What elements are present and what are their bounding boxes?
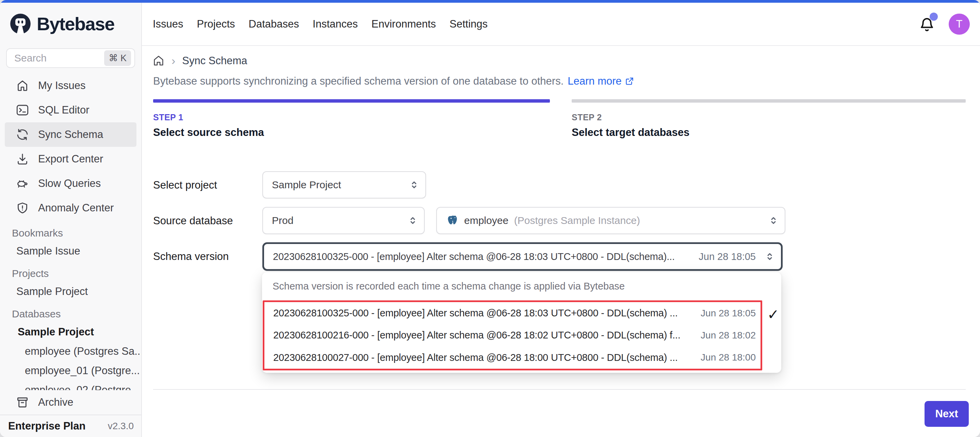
highlight-red-box: 20230628100325-000 - [employee] Alter sc…	[263, 301, 762, 370]
sidebar-item-sample-issue[interactable]: Sample Issue	[0, 241, 141, 261]
source-database-label: Source database	[153, 215, 233, 227]
project-select[interactable]: Sample Project	[262, 171, 426, 198]
step2-progress-bar	[572, 99, 966, 103]
bytebase-logo[interactable]: Bytebase	[0, 3, 141, 35]
selected-check-icon: ✓	[767, 306, 779, 323]
nav-settings[interactable]: Settings	[450, 18, 488, 30]
sidebar-item-label: Archive	[38, 396, 73, 408]
option-date: Jun 28 18:05	[701, 308, 756, 319]
sidebar-scroll-area: My Issues SQL Editor	[0, 68, 141, 390]
search-input[interactable]	[14, 52, 104, 64]
sidebar-db-employee-01[interactable]: employee_01 (Postgre...	[0, 361, 141, 380]
select-project-label: Select project	[153, 179, 217, 191]
shield-alert-icon	[16, 201, 29, 215]
sidebar-item-label: My Issues	[38, 79, 86, 92]
breadcrumb-separator: ›	[172, 54, 175, 67]
nav-issues[interactable]: Issues	[153, 18, 183, 30]
breadcrumb-page: Sync Schema	[182, 55, 247, 67]
download-icon	[16, 152, 29, 166]
schema-version-option-3[interactable]: 20230628100027-000 - [employee] Alter sc…	[264, 347, 760, 369]
breadcrumb: › Sync Schema	[153, 54, 247, 67]
sidebar-item-anomaly-center[interactable]: Anomaly Center	[5, 196, 137, 220]
section-title-projects: Projects	[0, 265, 141, 282]
step-1-title: Select source schema	[153, 127, 264, 139]
sidebar-item-sql-editor[interactable]: SQL Editor	[5, 98, 137, 122]
page-description: Bytebase supports synchronizing a specif…	[153, 75, 635, 87]
sidebar-db-employee-02[interactable]: employee_02 (Postgre	[0, 380, 141, 390]
sidebar-item-sample-project[interactable]: Sample Project	[0, 282, 141, 301]
project-select-value: Sample Project	[272, 179, 404, 191]
nav-databases[interactable]: Databases	[249, 18, 299, 30]
top-navigation-bar: Issues Projects Databases Instances Envi…	[142, 3, 980, 46]
loading-progress-bar	[0, 0, 980, 3]
environment-select-value: Prod	[272, 215, 402, 226]
sidebar-item-label: Anomaly Center	[38, 202, 114, 214]
environment-select[interactable]: Prod	[262, 207, 425, 234]
step-1-eyebrow: STEP 1	[153, 112, 264, 122]
header-right: T	[919, 3, 970, 45]
notification-bell-button[interactable]	[919, 16, 935, 32]
plan-name: Enterprise Plan	[8, 420, 86, 432]
search-shortcut-badge: ⌘ K	[104, 50, 131, 66]
section-title-bookmarks: Bookmarks	[0, 225, 141, 241]
schema-version-select[interactable]: 20230628100325-000 - [employee] Alter sc…	[262, 242, 783, 271]
dropdown-hint: Schema version is recorded each time a s…	[262, 272, 781, 292]
sidebar-db-group-sample-project[interactable]: Sample Project	[0, 322, 141, 342]
sidebar-item-label: Sync Schema	[38, 128, 103, 141]
home-icon	[16, 79, 29, 92]
step-2-eyebrow: STEP 2	[572, 112, 689, 122]
search-box[interactable]: ⌘ K	[6, 48, 135, 68]
sidebar-item-slow-queries[interactable]: Slow Queries	[5, 171, 137, 196]
learn-more-link[interactable]: Learn more	[568, 75, 635, 87]
database-name: employee	[464, 215, 508, 226]
user-avatar[interactable]: T	[949, 14, 970, 35]
database-select[interactable]: employee (Postgres Sample Instance)	[436, 207, 785, 234]
section-title-databases: Databases	[0, 306, 141, 322]
step-2-title: Select target databases	[572, 127, 689, 139]
schema-version-select-value: 20230628100325-000 - [employee] Alter sc…	[273, 251, 694, 262]
option-text: 20230628100325-000 - [employee] Alter sc…	[273, 307, 696, 319]
schema-version-option-2[interactable]: 20230628100216-000 - [employee] Alter sc…	[264, 324, 760, 346]
schema-version-dropdown: Schema version is recorded each time a s…	[262, 272, 781, 373]
page-description-text: Bytebase supports synchronizing a specif…	[153, 75, 563, 87]
schema-version-option-1[interactable]: 20230628100325-000 - [employee] Alter sc…	[264, 302, 760, 324]
app-version: v2.3.0	[108, 421, 134, 432]
sidebar-item-archive[interactable]: Archive	[5, 390, 137, 415]
archive-icon	[16, 396, 29, 409]
unfold-chevrons-icon	[764, 251, 775, 262]
breadcrumb-home-icon[interactable]	[153, 55, 165, 67]
unfold-chevrons-icon	[407, 215, 418, 226]
option-text: 20230628100216-000 - [employee] Alter sc…	[273, 329, 696, 341]
sync-icon	[16, 128, 29, 141]
nav-instances[interactable]: Instances	[313, 18, 358, 30]
terminal-icon	[16, 103, 29, 117]
sidebar: Bytebase ⌘ K My Issues	[0, 3, 142, 437]
database-select-value: employee (Postgres Sample Instance)	[464, 215, 763, 226]
unfold-chevrons-icon	[768, 215, 779, 226]
sidebar-item-my-issues[interactable]: My Issues	[5, 73, 137, 98]
sidebar-item-export-center[interactable]: Export Center	[5, 147, 137, 171]
notification-dot	[930, 13, 938, 21]
turtle-icon	[16, 177, 29, 190]
bytebase-app-window: Bytebase ⌘ K My Issues	[0, 0, 980, 437]
main-content: › Sync Schema Bytebase supports synchron…	[142, 46, 980, 437]
step1-progress-bar	[153, 99, 550, 103]
schema-version-select-date: Jun 28 18:05	[698, 251, 756, 262]
database-instance: (Postgres Sample Instance)	[514, 215, 640, 226]
learn-more-label: Learn more	[568, 75, 622, 87]
step-2-header: STEP 2 Select target databases	[572, 112, 689, 139]
sidebar-db-employee[interactable]: employee (Postgres Sa...	[0, 342, 141, 361]
bytebase-logo-icon	[10, 13, 31, 35]
sidebar-item-label: Slow Queries	[38, 177, 101, 190]
sidebar-item-sync-schema[interactable]: Sync Schema	[5, 122, 137, 147]
schema-version-label: Schema version	[153, 250, 229, 263]
nav-projects[interactable]: Projects	[197, 18, 235, 30]
plan-footer[interactable]: Enterprise Plan v2.3.0	[0, 415, 141, 437]
logo-text: Bytebase	[37, 13, 115, 34]
option-text: 20230628100027-000 - [employee] Alter sc…	[273, 352, 696, 363]
nav-environments[interactable]: Environments	[372, 18, 436, 30]
sidebar-item-label: SQL Editor	[38, 104, 89, 116]
footer-divider	[153, 389, 966, 390]
sidebar-item-label: Export Center	[38, 153, 103, 165]
next-button[interactable]: Next	[924, 401, 969, 427]
